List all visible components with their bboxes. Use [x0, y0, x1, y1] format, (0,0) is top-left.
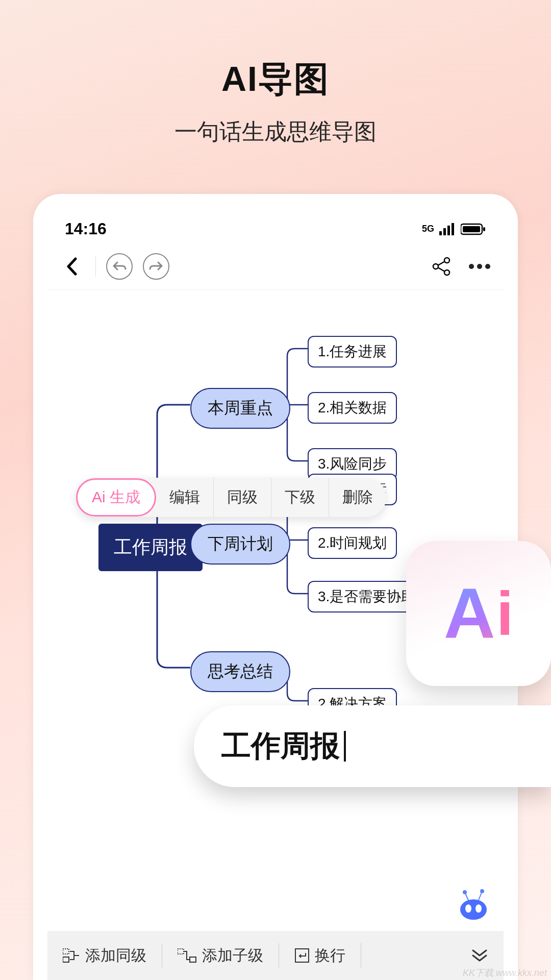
add-child-label: 添加子级	[202, 945, 263, 966]
svg-rect-19	[63, 949, 69, 954]
svg-point-8	[433, 264, 438, 269]
status-network-label: 5G	[422, 224, 434, 234]
context-sibling[interactable]: 同级	[214, 478, 271, 517]
add-sibling-label: 添加同级	[85, 945, 146, 966]
more-button[interactable]	[466, 253, 493, 280]
mindmap-branch[interactable]: 本周重点	[190, 388, 290, 429]
bot-icon[interactable]	[456, 886, 491, 924]
back-button[interactable]	[58, 253, 85, 280]
headline-title: AI导图	[0, 56, 551, 103]
svg-point-16	[460, 899, 487, 920]
mindmap-branch[interactable]: 思考总结	[190, 651, 290, 692]
share-button[interactable]	[428, 253, 456, 280]
ai-generate-button[interactable]: Ai 生成	[76, 478, 156, 517]
svg-line-10	[438, 261, 445, 265]
ai-generate-label: Ai 生成	[92, 487, 140, 508]
svg-rect-22	[190, 957, 196, 962]
add-sibling-icon	[63, 948, 80, 963]
context-edit[interactable]: 编辑	[156, 478, 214, 517]
svg-line-15	[478, 891, 482, 901]
redo-button[interactable]	[143, 253, 169, 280]
battery-icon	[461, 223, 486, 235]
mindmap-leaf[interactable]: 1.任务进展	[308, 336, 397, 368]
divider	[361, 943, 361, 968]
svg-rect-0	[439, 231, 442, 235]
svg-point-7	[444, 258, 449, 263]
mindmap-branch[interactable]: 下周计划	[190, 524, 290, 565]
svg-rect-20	[63, 957, 69, 962]
status-bar: 14:16 5G	[47, 208, 504, 243]
svg-rect-1	[443, 228, 446, 235]
float-input-bubble[interactable]: 工作周报	[194, 705, 551, 787]
chevron-down-icon	[471, 947, 488, 962]
newline-icon	[294, 948, 310, 963]
add-sibling-button[interactable]: 添加同级	[47, 945, 162, 966]
context-menu: Ai 生成 编辑 同级 下级 删除	[76, 478, 386, 517]
context-delete[interactable]: 删除	[329, 478, 386, 517]
svg-line-11	[438, 267, 445, 272]
bottom-toolbar: 添加同级 添加子级 换行	[47, 931, 504, 980]
add-child-icon	[178, 948, 197, 963]
signal-icon	[439, 223, 456, 235]
svg-rect-6	[483, 227, 485, 231]
svg-point-9	[444, 270, 449, 275]
svg-rect-21	[178, 949, 184, 954]
ai-logo-i: i	[496, 578, 513, 649]
svg-line-14	[465, 892, 469, 901]
context-child[interactable]: 下级	[271, 478, 329, 517]
mindmap-leaf[interactable]: 2.相关数据	[308, 392, 397, 424]
divider	[95, 256, 96, 277]
newline-button[interactable]: 换行	[279, 945, 361, 966]
status-time: 14:16	[65, 219, 107, 238]
float-ai-card: Ai	[406, 541, 551, 686]
watermark: KK下载 www.kkx.net	[463, 967, 547, 979]
text-cursor	[344, 731, 346, 762]
svg-point-18	[475, 904, 482, 913]
headline-subtitle: 一句话生成思维导图	[0, 117, 551, 147]
mindmap-leaf[interactable]: 2.时间规划	[308, 527, 397, 559]
newline-label: 换行	[315, 945, 345, 966]
add-child-button[interactable]: 添加子级	[162, 945, 279, 966]
svg-rect-5	[463, 226, 480, 232]
headline: AI导图 一句话生成思维导图	[0, 56, 551, 147]
ai-logo-a: A	[444, 572, 495, 655]
nav-bar	[47, 243, 504, 290]
mindmap-root[interactable]: 工作周报	[98, 524, 203, 571]
float-input-text: 工作周报	[221, 726, 340, 766]
svg-point-17	[465, 904, 471, 913]
svg-rect-2	[447, 226, 450, 235]
undo-button[interactable]	[106, 253, 133, 280]
svg-rect-3	[452, 223, 454, 235]
collapse-button[interactable]	[471, 947, 504, 964]
